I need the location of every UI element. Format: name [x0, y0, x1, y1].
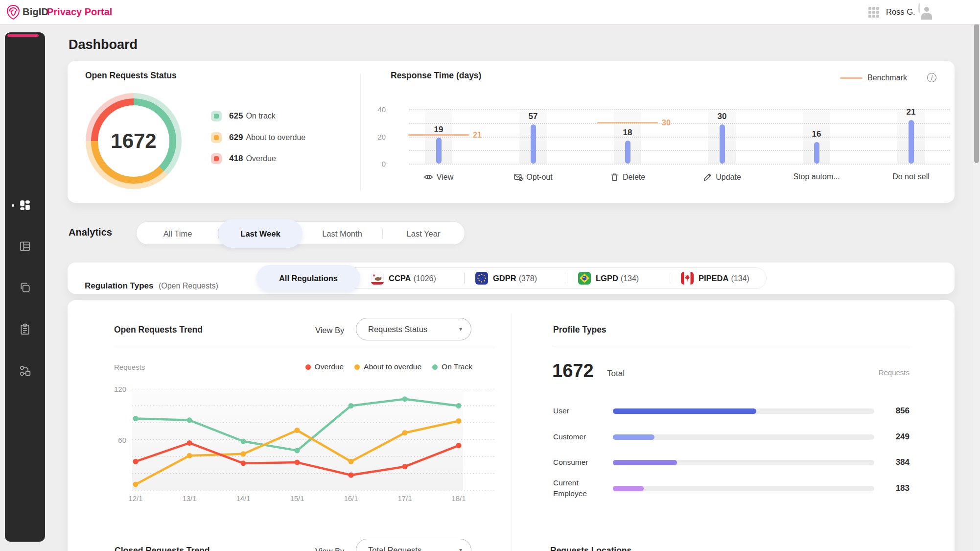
tab-last-year[interactable]: Last Year	[407, 222, 441, 245]
sidebar-item-clipboard[interactable]	[5, 323, 45, 335]
benchmark-legend-line	[840, 77, 863, 79]
response-bar	[436, 138, 442, 164]
trash-icon	[610, 172, 619, 182]
profile-bar-fill	[613, 408, 756, 414]
trend-legend-item: Overdue	[305, 362, 344, 371]
legend-swatch	[211, 132, 222, 143]
category-label: Opt-out	[526, 173, 552, 182]
user-name[interactable]: Ross G.	[886, 7, 915, 17]
profile-total-label: Total	[607, 369, 625, 379]
category-label: Stop autom...	[793, 172, 840, 181]
privacy-portal-page: BigID Privacy Portal Ross G. Dashboard O…	[0, 0, 980, 551]
chevron-down-icon: ▾	[459, 547, 462, 551]
bar-value-label: 21	[907, 107, 916, 117]
response-bar	[814, 142, 819, 164]
panel-divider	[512, 313, 512, 551]
regulation-name: LGPD	[596, 274, 618, 283]
gridline	[409, 137, 950, 138]
response-category[interactable]: Do not sell	[892, 172, 930, 181]
avatar[interactable]	[918, 3, 920, 13]
network-icon	[19, 364, 31, 377]
sidebar-item-pages[interactable]	[5, 281, 45, 294]
response-category[interactable]: Delete	[610, 172, 645, 182]
closed-trend-title: Closed Requests Trend	[115, 546, 210, 551]
trend-view-by-label: View By	[315, 326, 344, 335]
sidebar-item-requests-list[interactable]	[5, 240, 45, 253]
mail-icon	[513, 172, 523, 182]
category-label: Delete	[623, 173, 645, 182]
response-category[interactable]: Update	[703, 172, 741, 182]
benchmark-value-label: 30	[662, 119, 671, 127]
requests-list-icon	[19, 240, 31, 253]
page-title: Dashboard	[69, 37, 138, 52]
trend-axis-label: Requests	[114, 363, 145, 371]
regulation-chip-gdpr[interactable]: GDPR(378)	[475, 272, 537, 285]
y-tick-label: 40	[366, 105, 386, 114]
profile-bar-track	[613, 486, 874, 491]
status-title: Open Requests Status	[85, 71, 177, 81]
legend-label: Overdue	[315, 362, 344, 371]
legend-label: About to overdue	[364, 362, 421, 371]
eye-icon	[424, 172, 433, 182]
bar-value-label: 30	[718, 112, 727, 121]
trend-view-by-dropdown[interactable]: Requests Status ▾	[356, 318, 471, 340]
california-flag-icon	[371, 272, 384, 285]
gridline	[409, 123, 950, 124]
scrollbar-thumb[interactable]	[974, 24, 979, 163]
x-tick-label: 16/1	[344, 494, 358, 503]
response-category[interactable]: View	[424, 172, 453, 182]
profile-row-value: 183	[875, 483, 910, 493]
active-item-dot	[12, 204, 14, 207]
closed-view-by-label: View By	[315, 547, 344, 551]
analytics-card: Open Requests Trend View By Requests Sta…	[68, 300, 955, 551]
tab-divider	[382, 229, 383, 239]
profile-row-value: 856	[875, 406, 910, 416]
all-regulations-pill[interactable]: All Regulations	[257, 265, 360, 291]
sidebar-item-dashboard[interactable]	[5, 199, 45, 212]
regulation-name: CCPA	[389, 274, 411, 283]
closed-dropdown-value: Total Requests	[368, 546, 421, 551]
profile-bar-fill	[613, 460, 677, 465]
regulation-count: (1026)	[414, 274, 436, 283]
x-tick-label: 12/1	[128, 494, 142, 503]
apps-grid-icon[interactable]	[868, 7, 879, 18]
regulation-chip-lgpd[interactable]: LGPD(134)	[578, 272, 639, 285]
regulation-chip-pipeda[interactable]: PIPEDA(134)	[681, 272, 749, 285]
legend-value: 629	[229, 133, 243, 143]
response-bar	[720, 124, 725, 164]
chip-divider	[567, 273, 567, 284]
regulation-chip-ccpa[interactable]: CCPA(1026)	[371, 272, 436, 285]
benchmark-line	[597, 122, 658, 123]
legend-dot	[432, 364, 438, 370]
y-tick-label: 20	[366, 132, 386, 141]
sidebar-nav	[5, 32, 45, 542]
gridline	[409, 150, 950, 151]
profile-row-value: 384	[875, 457, 910, 467]
legend-swatch	[211, 153, 222, 164]
y-tick-label: 0	[366, 160, 386, 168]
legend-dot	[354, 364, 360, 370]
legend-label: About to overdue	[246, 133, 305, 142]
category-label: Update	[716, 173, 741, 182]
tab-last-week[interactable]: Last Week	[240, 222, 280, 245]
gridline	[409, 164, 950, 165]
tab-all-time[interactable]: All Time	[163, 222, 192, 245]
analytics-title: Analytics	[69, 227, 112, 238]
gridline	[409, 109, 950, 110]
profile-bar-fill	[613, 486, 644, 491]
scrollbar-track[interactable]	[973, 0, 980, 551]
closed-view-by-dropdown[interactable]: Total Requests ▾	[356, 539, 471, 551]
sidebar-item-network[interactable]	[5, 364, 45, 377]
tab-last-month[interactable]: Last Month	[322, 222, 362, 245]
x-tick-label: 17/1	[397, 494, 412, 503]
response-category[interactable]: Opt-out	[513, 172, 552, 182]
time-range-tabs: All TimeLast WeekLast MonthLast Year	[136, 221, 465, 245]
response-bar	[531, 124, 536, 164]
info-icon[interactable]: i	[927, 73, 936, 82]
status-legend-item: 625On track	[211, 111, 276, 121]
response-category[interactable]: Stop autom...	[793, 172, 840, 181]
regulation-bar: Regulation Types (Open Requests) All Reg…	[68, 263, 955, 294]
profile-bar-fill	[613, 434, 654, 440]
profile-row-label: User	[553, 406, 609, 416]
status-legend-item: 629About to overdue	[211, 132, 305, 143]
